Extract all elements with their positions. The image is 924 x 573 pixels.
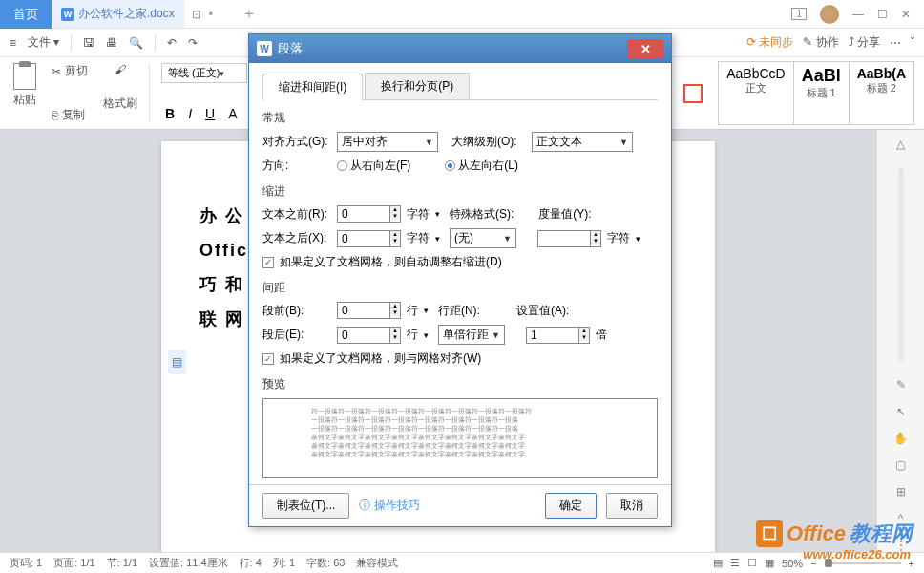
status-bar: 页码: 1 页面: 1/1 节: 1/1 设置值: 11.4厘米 行: 4 列:… xyxy=(0,552,924,573)
cut-button[interactable]: ✂ 剪切 xyxy=(52,63,88,79)
window-controls: 1 — ☐ ✕ xyxy=(791,5,924,24)
cursor-icon[interactable]: ↖ xyxy=(896,405,906,418)
set-value-spinner[interactable]: ▲▼ xyxy=(526,327,590,344)
direction-rtl[interactable]: 从右向左(F) xyxy=(337,158,410,174)
indent-after-input[interactable] xyxy=(338,231,389,246)
presentation-icon[interactable]: ⊡ xyxy=(192,8,201,21)
status-page-num[interactable]: 页码: 1 xyxy=(10,556,42,570)
dialog-tabs: 缩进和间距(I) 换行和分页(P) xyxy=(262,73,658,100)
doc-name: 办公软件之家.docx xyxy=(78,6,175,22)
dialog-close-button[interactable]: ✕ xyxy=(627,39,663,58)
format-buttons: B I U A xyxy=(161,104,247,123)
right-sidebar: △ ✎ ↖ ✋ ▢ ⊞ ^ ⋮ xyxy=(876,130,924,552)
direction-label: 方向: xyxy=(262,158,331,174)
space-after-input[interactable] xyxy=(338,328,389,343)
space-after-spinner[interactable]: ▲▼ xyxy=(337,327,401,344)
share-btn[interactable]: ⤴ 分享 xyxy=(849,34,880,51)
snap-grid-checkbox[interactable]: ✓ xyxy=(262,353,274,365)
square-icon[interactable]: ▢ xyxy=(895,458,906,472)
space-before-input[interactable] xyxy=(338,303,389,318)
status-page[interactable]: 页面: 1/1 xyxy=(53,556,94,570)
indent-before-label: 文本之前(R): xyxy=(262,206,331,223)
status-chars[interactable]: 字数: 63 xyxy=(306,556,345,570)
underline-button[interactable]: U xyxy=(201,104,219,123)
grid-icon[interactable]: ⊞ xyxy=(896,485,906,499)
window-count[interactable]: 1 xyxy=(791,8,807,20)
style-heading1[interactable]: AaBl 标题 1 xyxy=(794,62,850,124)
format-painter-button[interactable]: 🖌 格式刷 xyxy=(103,63,137,112)
scrollbar-track[interactable] xyxy=(898,168,904,361)
copy-button[interactable]: ⎘ 复制 xyxy=(52,107,88,123)
file-menu[interactable]: 文件 ▾ xyxy=(28,34,59,51)
hamburger-icon[interactable]: ≡ xyxy=(10,36,16,50)
minimize-icon[interactable]: — xyxy=(852,8,864,21)
ok-button[interactable]: 确定 xyxy=(545,493,597,519)
more-icon[interactable]: ⋯ xyxy=(890,36,901,50)
red-highlight-box xyxy=(683,84,703,103)
radio-icon xyxy=(337,160,347,171)
collapse-icon[interactable]: ˇ xyxy=(911,36,914,50)
preview-icon[interactable]: 🔍 xyxy=(129,36,143,50)
triangle-up-icon[interactable]: △ xyxy=(896,138,905,151)
tab-home[interactable]: 首页 xyxy=(0,0,52,29)
space-before-label: 段前(B): xyxy=(262,303,331,319)
font-style-combo[interactable]: 等线 (正文)▾ xyxy=(161,63,247,83)
view-icon-2[interactable]: ☰ xyxy=(730,557,740,569)
status-section[interactable]: 节: 1/1 xyxy=(107,556,137,570)
tab-line-page-breaks[interactable]: 换行和分页(P) xyxy=(365,73,470,99)
space-before-spinner[interactable]: ▲▼ xyxy=(337,302,401,319)
tabstops-button[interactable]: 制表位(T)... xyxy=(262,493,349,519)
view-icon-4[interactable]: ▦ xyxy=(765,557,774,569)
close-icon[interactable]: ✕ xyxy=(901,8,911,21)
indent-before-input[interactable] xyxy=(338,206,389,222)
view-icon-1[interactable]: ▤ xyxy=(713,557,723,569)
save-icon[interactable]: 🖫 xyxy=(83,36,94,50)
redo-icon[interactable]: ↷ xyxy=(188,36,198,50)
watermark-logo: ☐ Office教程网 xyxy=(756,520,913,548)
brush-icon: 🖌 xyxy=(110,63,131,94)
zoom-level[interactable]: 50% xyxy=(782,558,803,569)
auto-indent-checkbox[interactable]: ✓ xyxy=(262,257,274,268)
special-label: 特殊格式(S): xyxy=(450,206,514,223)
word-doc-icon: W xyxy=(61,8,74,21)
outline-combo[interactable]: 正文文本▼ xyxy=(532,132,633,152)
print-icon[interactable]: 🖶 xyxy=(106,36,117,50)
pencil-icon[interactable]: ✎ xyxy=(896,378,906,392)
style-normal[interactable]: AaBbCcD 正文 xyxy=(719,62,793,124)
avatar[interactable] xyxy=(820,5,839,24)
special-combo[interactable]: (无)▼ xyxy=(450,228,516,248)
strike-button[interactable]: A xyxy=(224,104,241,123)
tab-indent-spacing[interactable]: 缩进和间距(I) xyxy=(262,74,363,100)
set-value-input[interactable] xyxy=(527,328,578,343)
alignment-combo[interactable]: 居中对齐▼ xyxy=(337,132,438,152)
status-set-value: 设置值: 11.4厘米 xyxy=(149,556,228,570)
indent-after-spinner[interactable]: ▲▼ xyxy=(337,230,401,247)
page-side-tab[interactable]: ▤ xyxy=(168,350,186,374)
tips-link[interactable]: ⓘ 操作技巧 xyxy=(359,498,420,514)
paste-button[interactable]: 粘贴 xyxy=(13,63,36,108)
indent-after-label: 文本之后(X): xyxy=(262,230,331,246)
bullet-icon[interactable]: • xyxy=(209,8,213,21)
measure-spinner[interactable]: ▲▼ xyxy=(537,230,601,247)
sync-status[interactable]: ⟳ 未同步 xyxy=(746,34,793,51)
maximize-icon[interactable]: ☐ xyxy=(877,8,888,21)
view-icon-3[interactable]: ☐ xyxy=(747,557,757,569)
hand-icon[interactable]: ✋ xyxy=(893,432,908,445)
tab-document[interactable]: W 办公软件之家.docx xyxy=(52,0,184,28)
status-col: 列: 1 xyxy=(273,556,295,570)
alignment-label: 对齐方式(G): xyxy=(262,134,331,150)
italic-button[interactable]: I xyxy=(184,104,196,123)
undo-icon[interactable]: ↶ xyxy=(167,36,177,50)
line-spacing-label: 行距(N): xyxy=(438,303,492,319)
measure-input[interactable] xyxy=(538,231,590,246)
cancel-button[interactable]: 取消 xyxy=(606,493,658,519)
direction-ltr[interactable]: 从左向右(L) xyxy=(445,158,518,174)
bold-button[interactable]: B xyxy=(161,104,178,123)
style-heading2[interactable]: AaBb(A 标题 2 xyxy=(850,62,914,124)
dialog-titlebar[interactable]: W 段落 ✕ xyxy=(249,34,671,63)
zoom-slider[interactable] xyxy=(825,562,901,564)
coop-btn[interactable]: ✎ 协作 xyxy=(803,34,838,51)
line-spacing-combo[interactable]: 单倍行距▼ xyxy=(438,325,505,345)
indent-before-spinner[interactable]: ▲▼ xyxy=(337,205,401,223)
tab-add[interactable]: ＋ xyxy=(242,4,257,24)
